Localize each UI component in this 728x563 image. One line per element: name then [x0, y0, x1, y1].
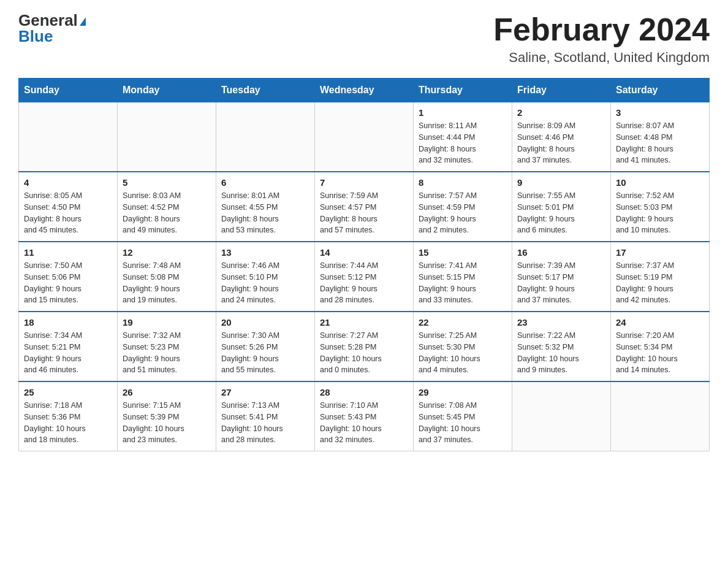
week-row-1: 1Sunrise: 8:11 AMSunset: 4:44 PMDaylight… — [19, 102, 710, 172]
day-cell — [216, 102, 315, 172]
day-info: Sunrise: 7:32 AMSunset: 5:23 PMDaylight:… — [123, 330, 211, 376]
day-cell: 29Sunrise: 7:08 AMSunset: 5:45 PMDayligh… — [414, 381, 512, 451]
day-cell: 27Sunrise: 7:13 AMSunset: 5:41 PMDayligh… — [216, 381, 315, 451]
day-info: Sunrise: 7:55 AMSunset: 5:01 PMDaylight:… — [517, 190, 605, 236]
day-number: 18 — [24, 317, 112, 327]
week-row-5: 25Sunrise: 7:18 AMSunset: 5:36 PMDayligh… — [19, 381, 710, 451]
day-cell: 18Sunrise: 7:34 AMSunset: 5:21 PMDayligh… — [19, 312, 118, 381]
day-cell: 15Sunrise: 7:41 AMSunset: 5:15 PMDayligh… — [414, 242, 512, 312]
day-cell: 22Sunrise: 7:25 AMSunset: 5:30 PMDayligh… — [414, 312, 512, 381]
day-cell: 13Sunrise: 7:46 AMSunset: 5:10 PMDayligh… — [216, 242, 315, 312]
day-info: Sunrise: 8:01 AMSunset: 4:55 PMDaylight:… — [221, 190, 309, 236]
day-info: Sunrise: 7:44 AMSunset: 5:12 PMDaylight:… — [320, 260, 408, 306]
day-cell: 10Sunrise: 7:52 AMSunset: 5:03 PMDayligh… — [611, 172, 710, 242]
day-cell: 12Sunrise: 7:48 AMSunset: 5:08 PMDayligh… — [118, 242, 216, 312]
day-info: Sunrise: 7:50 AMSunset: 5:06 PMDaylight:… — [24, 260, 112, 306]
day-cell — [315, 102, 414, 172]
day-number: 17 — [616, 247, 704, 258]
day-number: 3 — [616, 107, 704, 118]
day-info: Sunrise: 7:41 AMSunset: 5:15 PMDaylight:… — [419, 260, 507, 306]
day-info: Sunrise: 7:22 AMSunset: 5:32 PMDaylight:… — [517, 330, 605, 376]
day-info: Sunrise: 7:08 AMSunset: 5:45 PMDaylight:… — [419, 400, 507, 446]
day-info: Sunrise: 8:03 AMSunset: 4:52 PMDaylight:… — [123, 190, 211, 236]
logo-blue-text: Blue — [18, 27, 53, 45]
day-cell: 3Sunrise: 8:07 AMSunset: 4:48 PMDaylight… — [611, 102, 710, 172]
location-title: Saline, Scotland, United Kingdom — [493, 50, 710, 66]
day-number: 27 — [221, 387, 309, 397]
day-info: Sunrise: 7:20 AMSunset: 5:34 PMDaylight:… — [616, 330, 704, 376]
header: General Blue February 2024 Saline, Scotl… — [18, 12, 710, 66]
day-number: 4 — [24, 177, 112, 188]
day-number: 20 — [221, 317, 309, 327]
day-cell: 9Sunrise: 7:55 AMSunset: 5:01 PMDaylight… — [512, 172, 611, 242]
days-of-week-row: Sunday Monday Tuesday Wednesday Thursday… — [19, 79, 710, 102]
day-cell: 8Sunrise: 7:57 AMSunset: 4:59 PMDaylight… — [414, 172, 512, 242]
day-number: 14 — [320, 247, 408, 258]
day-number: 1 — [419, 107, 507, 118]
day-number: 11 — [24, 247, 112, 258]
day-cell: 24Sunrise: 7:20 AMSunset: 5:34 PMDayligh… — [611, 312, 710, 381]
day-cell — [118, 102, 216, 172]
header-tuesday: Tuesday — [216, 79, 315, 102]
day-number: 10 — [616, 177, 704, 188]
day-cell — [611, 381, 710, 451]
title-area: February 2024 Saline, Scotland, United K… — [493, 12, 710, 66]
header-monday: Monday — [118, 79, 216, 102]
day-number: 16 — [517, 247, 605, 258]
day-info: Sunrise: 7:57 AMSunset: 4:59 PMDaylight:… — [419, 190, 507, 236]
day-cell: 23Sunrise: 7:22 AMSunset: 5:32 PMDayligh… — [512, 312, 611, 381]
logo-triangle-icon — [80, 17, 86, 26]
day-number: 21 — [320, 317, 408, 327]
day-number: 19 — [123, 317, 211, 327]
day-number: 9 — [517, 177, 605, 188]
day-number: 22 — [419, 317, 507, 327]
day-info: Sunrise: 7:39 AMSunset: 5:17 PMDaylight:… — [517, 260, 605, 306]
header-friday: Friday — [512, 79, 611, 102]
header-thursday: Thursday — [414, 79, 512, 102]
day-number: 7 — [320, 177, 408, 188]
day-info: Sunrise: 7:27 AMSunset: 5:28 PMDaylight:… — [320, 330, 408, 376]
header-sunday: Sunday — [19, 79, 118, 102]
day-number: 2 — [517, 107, 605, 118]
calendar-table: Sunday Monday Tuesday Wednesday Thursday… — [18, 78, 710, 451]
day-info: Sunrise: 7:34 AMSunset: 5:21 PMDaylight:… — [24, 330, 112, 376]
day-cell: 16Sunrise: 7:39 AMSunset: 5:17 PMDayligh… — [512, 242, 611, 312]
day-info: Sunrise: 7:13 AMSunset: 5:41 PMDaylight:… — [221, 400, 309, 446]
day-cell: 17Sunrise: 7:37 AMSunset: 5:19 PMDayligh… — [611, 242, 710, 312]
day-info: Sunrise: 7:48 AMSunset: 5:08 PMDaylight:… — [123, 260, 211, 306]
day-number: 28 — [320, 387, 408, 397]
week-row-2: 4Sunrise: 8:05 AMSunset: 4:50 PMDaylight… — [19, 172, 710, 242]
day-cell: 21Sunrise: 7:27 AMSunset: 5:28 PMDayligh… — [315, 312, 414, 381]
day-number: 5 — [123, 177, 211, 188]
day-info: Sunrise: 7:10 AMSunset: 5:43 PMDaylight:… — [320, 400, 408, 446]
logo-top: General — [18, 12, 86, 28]
month-title: February 2024 — [493, 12, 710, 47]
day-cell — [512, 381, 611, 451]
day-info: Sunrise: 8:09 AMSunset: 4:46 PMDaylight:… — [517, 120, 605, 166]
day-cell: 28Sunrise: 7:10 AMSunset: 5:43 PMDayligh… — [315, 381, 414, 451]
day-number: 13 — [221, 247, 309, 258]
week-row-3: 11Sunrise: 7:50 AMSunset: 5:06 PMDayligh… — [19, 242, 710, 312]
day-cell: 5Sunrise: 8:03 AMSunset: 4:52 PMDaylight… — [118, 172, 216, 242]
day-cell: 4Sunrise: 8:05 AMSunset: 4:50 PMDaylight… — [19, 172, 118, 242]
day-number: 24 — [616, 317, 704, 327]
logo: General Blue — [18, 12, 86, 44]
day-cell: 20Sunrise: 7:30 AMSunset: 5:26 PMDayligh… — [216, 312, 315, 381]
day-number: 23 — [517, 317, 605, 327]
day-number: 12 — [123, 247, 211, 258]
day-info: Sunrise: 7:25 AMSunset: 5:30 PMDaylight:… — [419, 330, 507, 376]
day-info: Sunrise: 7:18 AMSunset: 5:36 PMDaylight:… — [24, 400, 112, 446]
day-number: 15 — [419, 247, 507, 258]
day-cell: 1Sunrise: 8:11 AMSunset: 4:44 PMDaylight… — [414, 102, 512, 172]
day-cell: 25Sunrise: 7:18 AMSunset: 5:36 PMDayligh… — [19, 381, 118, 451]
day-number: 26 — [123, 387, 211, 397]
day-info: Sunrise: 7:15 AMSunset: 5:39 PMDaylight:… — [123, 400, 211, 446]
day-info: Sunrise: 7:59 AMSunset: 4:57 PMDaylight:… — [320, 190, 408, 236]
day-info: Sunrise: 7:52 AMSunset: 5:03 PMDaylight:… — [616, 190, 704, 236]
day-number: 29 — [419, 387, 507, 397]
day-cell: 2Sunrise: 8:09 AMSunset: 4:46 PMDaylight… — [512, 102, 611, 172]
day-info: Sunrise: 8:11 AMSunset: 4:44 PMDaylight:… — [419, 120, 507, 166]
day-cell: 6Sunrise: 8:01 AMSunset: 4:55 PMDaylight… — [216, 172, 315, 242]
week-row-4: 18Sunrise: 7:34 AMSunset: 5:21 PMDayligh… — [19, 312, 710, 381]
day-info: Sunrise: 8:05 AMSunset: 4:50 PMDaylight:… — [24, 190, 112, 236]
